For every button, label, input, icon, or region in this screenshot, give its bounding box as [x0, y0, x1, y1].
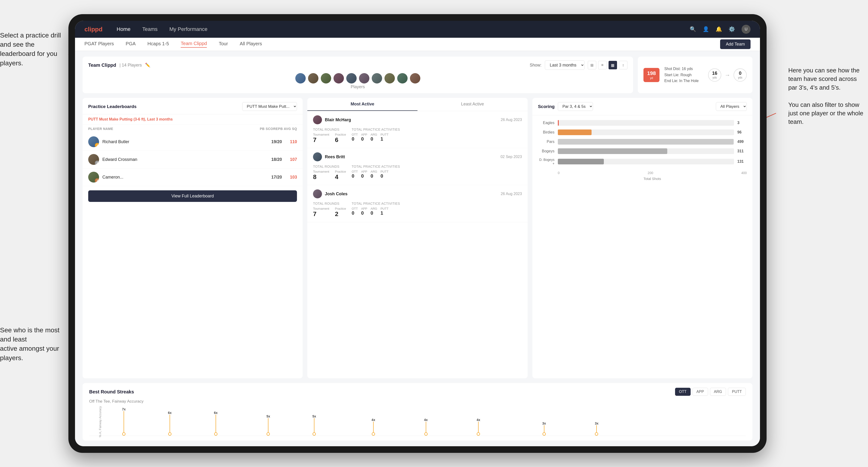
- subnav-team-clippd[interactable]: Team Clippd: [181, 41, 207, 48]
- player-act-name-row-1: Blair McHarg: [313, 115, 351, 124]
- streaks-title: Best Round Streaks: [89, 389, 134, 395]
- lb-avg-3: 103: [285, 175, 297, 180]
- tab-least-active[interactable]: Least Active: [417, 98, 528, 111]
- chart-x-label: Total Shots: [538, 177, 747, 181]
- view-icons: ⊞ ≡ ▦ ↕: [588, 61, 627, 69]
- edit-icon[interactable]: ✏️: [145, 63, 150, 68]
- drill-select[interactable]: PUTT Must Make Putt...: [242, 102, 297, 111]
- player-avatar-10[interactable]: [410, 73, 420, 84]
- chart-row-eagles: Eagles 3: [538, 120, 747, 126]
- streak-btn-putt[interactable]: PUTT: [728, 388, 746, 396]
- lb-name-2: Edward Crossman: [102, 157, 265, 162]
- period-select[interactable]: Last 3 months Last 6 months Last year: [545, 60, 585, 70]
- player-avatar-6[interactable]: [359, 73, 369, 84]
- player-act-date-1: 26 Aug 2023: [501, 118, 522, 122]
- search-icon[interactable]: 🔍: [690, 26, 696, 32]
- chart-row-pars: Pars 499: [538, 139, 747, 145]
- list-view-icon[interactable]: ≡: [598, 61, 607, 69]
- streak-point-8: 4x: [477, 418, 480, 436]
- subnav-all-players[interactable]: All Players: [240, 41, 262, 48]
- streaks-header: Best Round Streaks OTT APP ARG PUTT: [89, 388, 746, 396]
- shot-circle-start: 16 yds: [708, 68, 721, 82]
- player-act-header-1: Blair McHarg 26 Aug 2023: [313, 115, 522, 124]
- scoring-filter-select[interactable]: Par 3, 4 & 5s: [558, 102, 593, 111]
- grid-view-icon[interactable]: ⊞: [588, 61, 596, 69]
- nav-links: Home Teams My Performance: [117, 26, 690, 32]
- practice-activities-group-3: Total Practice Activities OTT 0 APP 0: [352, 201, 400, 216]
- bar-eagles: [558, 120, 559, 126]
- team-title-row: Team Clippd | 14 Players ✏️: [88, 63, 150, 68]
- streak-point-1: 7x: [122, 407, 126, 436]
- view-full-leaderboard-button[interactable]: View Full Leaderboard: [88, 190, 297, 202]
- lb-header: Practice Leaderboards PUTT Must Make Put…: [83, 98, 303, 115]
- lb-subtitle: PUTT Must Make Putting (3-6 ft), Last 3 …: [83, 115, 303, 125]
- tab-most-active[interactable]: Most Active: [307, 98, 417, 111]
- chart-row-bogeys: Bogeys 311: [538, 148, 747, 154]
- nav-teams[interactable]: Teams: [142, 26, 158, 32]
- scoring-card: Scoring Par 3, 4 & 5s All Players Eagles: [532, 98, 752, 378]
- streak-point-2: 6x: [168, 411, 172, 436]
- person-icon[interactable]: 👤: [703, 26, 709, 32]
- best-round-streaks-section: Best Round Streaks OTT APP ARG PUTT Off …: [83, 383, 752, 441]
- streak-btn-arg[interactable]: ARG: [710, 388, 726, 396]
- subnav-tour[interactable]: Tour: [219, 41, 228, 48]
- lb-avatar-2: 2: [88, 154, 99, 165]
- player-act-avatar-3: [313, 189, 322, 198]
- activity-player-3: Josh Coles 26 Aug 2023 Total Rounds Tour…: [307, 185, 527, 222]
- lb-title: Practice Leaderboards: [88, 104, 136, 109]
- nav-icons: 🔍 👤 🔔 ⚙️ U: [690, 25, 750, 34]
- lb-avg-2: 107: [285, 157, 297, 162]
- streak-point-10: 3x: [595, 422, 599, 436]
- player-avatar-4[interactable]: [334, 73, 344, 84]
- card-view-icon[interactable]: ▦: [609, 61, 617, 69]
- player-act-name-2: Rees Britt: [325, 154, 345, 159]
- tablet-screen: clippd Home Teams My Performance 🔍 👤 🔔 ⚙…: [75, 21, 760, 446]
- streak-point-3: 6x: [214, 411, 218, 436]
- player-avatar-2[interactable]: [308, 73, 318, 84]
- practice-leaderboards-card: Practice Leaderboards PUTT Must Make Put…: [83, 98, 303, 378]
- subnav-hcaps[interactable]: Hcaps 1-5: [148, 41, 169, 48]
- add-team-button[interactable]: Add Team: [720, 39, 750, 49]
- lb-avg-1: 110: [285, 139, 297, 144]
- practice-activities-group-2: Total Practice Activities OTT 0 APP 0: [352, 165, 400, 179]
- player-act-date-2: 02 Sep 2023: [500, 155, 522, 159]
- settings-icon[interactable]: ⚙️: [728, 26, 735, 32]
- streak-chart-area: % A, Fairway Accuracy 7x 6x: [89, 408, 746, 436]
- y-axis-label: % A, Fairway Accuracy: [98, 406, 102, 437]
- chart-row-dbogeys: D. Bogeys + 131: [538, 158, 747, 165]
- streak-point-5: 5x: [312, 414, 316, 436]
- streak-btn-ott[interactable]: OTT: [675, 388, 691, 396]
- annotation-right: Here you can see how theteam have scored…: [788, 66, 863, 126]
- annotation-top-left: Select a practice drill and see the lead…: [0, 31, 66, 68]
- bar-pars: [558, 139, 734, 145]
- player-avatar-7[interactable]: [372, 73, 382, 84]
- player-avatar-5[interactable]: [346, 73, 356, 84]
- chart-view-icon[interactable]: ↕: [619, 61, 627, 69]
- logo: clippd: [85, 26, 102, 33]
- streaks-subtitle: Off The Tee, Fairway Accuracy: [89, 399, 746, 404]
- activity-player-2: Rees Britt 02 Sep 2023 Total Rounds Tour…: [307, 148, 527, 185]
- subnav-pga[interactable]: PGA: [126, 41, 135, 48]
- streak-btn-app[interactable]: APP: [692, 388, 708, 396]
- scoring-title: Scoring: [538, 104, 555, 109]
- total-rounds-group-2: Total Rounds Tournament 8 Practice 4: [313, 165, 346, 181]
- user-avatar[interactable]: U: [742, 25, 750, 34]
- nav-home[interactable]: Home: [117, 26, 131, 32]
- player-avatar-3[interactable]: [321, 73, 331, 84]
- player-act-avatar-1: [313, 115, 322, 124]
- main-nav: clippd Home Teams My Performance 🔍 👤 🔔 ⚙…: [75, 21, 760, 38]
- shot-circle-divider: →: [724, 72, 730, 78]
- team-count: | 14 Players: [120, 63, 142, 68]
- all-players-filter-select[interactable]: All Players: [716, 102, 747, 111]
- player-avatar-8[interactable]: [384, 73, 395, 84]
- subnav-pgat[interactable]: PGAT Players: [85, 41, 114, 48]
- player-avatar-1[interactable]: [295, 73, 306, 84]
- nav-performance[interactable]: My Performance: [169, 26, 207, 32]
- player-avatar-9[interactable]: [397, 73, 408, 84]
- streak-point-6: 4x: [371, 418, 375, 436]
- bar-birdies: [558, 129, 592, 135]
- streak-point-9: 3x: [542, 422, 546, 436]
- activity-player-1: Blair McHarg 26 Aug 2023 Total Rounds To…: [307, 111, 527, 148]
- bell-icon[interactable]: 🔔: [716, 26, 722, 32]
- lb-avatar-1: 1: [88, 136, 99, 147]
